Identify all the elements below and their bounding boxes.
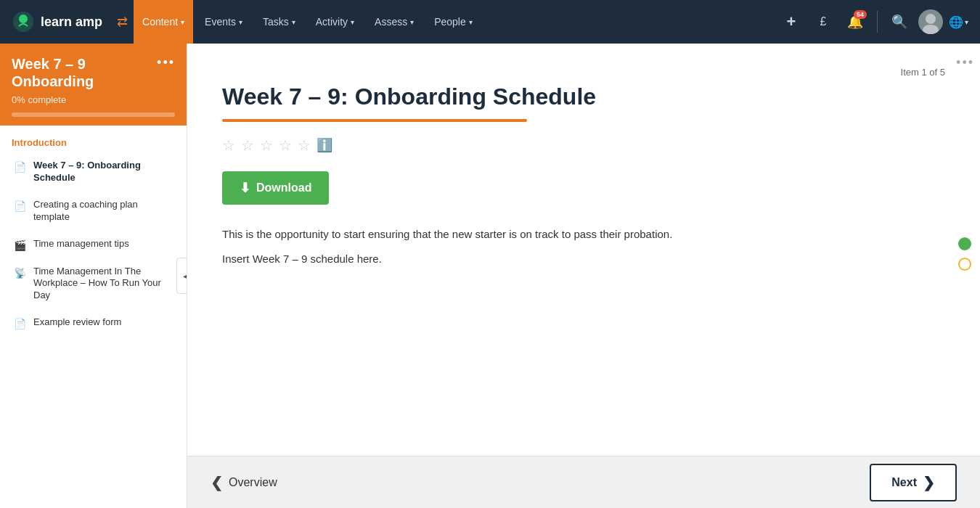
sidebar-toggle-button[interactable]: ◀ [176,258,187,294]
nav-separator [877,11,878,33]
svg-point-2 [926,14,936,24]
progress-bar-background [12,112,175,117]
sidebar-item-time-management-tips[interactable]: 🎬 Time management tips [0,231,187,258]
assess-caret: ▾ [410,18,414,26]
star-3[interactable]: ☆ [260,136,273,154]
page-layout: Week 7 – 9 Onboarding ••• 0% complete ◀ … [0,44,980,508]
content-title: Week 7 – 9: Onboarding Schedule [222,83,945,110]
shuffle-icon[interactable]: ⇄ [117,14,128,30]
sidebar-progress-label: 0% complete [12,94,175,105]
nav-item-events[interactable]: Events ▾ [196,0,251,44]
top-right-dots[interactable]: ••• [956,55,974,70]
document-icon-2: 📄 [14,200,26,212]
bottom-bar: ❮ Overview Next ❯ [187,456,980,508]
chevron-right-icon: ❯ [923,474,935,491]
content-area: Item 1 of 5 Week 7 – 9: Onboarding Sched… [187,44,980,456]
star-1[interactable]: ☆ [222,136,235,154]
sidebar-section-label: Introduction [0,126,187,152]
sidebar-title: Week 7 – 9 Onboarding [12,55,157,90]
activity-caret: ▾ [351,18,354,26]
document-icon: 📄 [14,161,26,173]
nav-item-content[interactable]: Content ▾ [134,0,193,44]
sidebar-header: Week 7 – 9 Onboarding ••• 0% complete [0,44,187,126]
rss-icon: 📡 [14,267,26,279]
avatar[interactable] [918,9,943,34]
info-icon[interactable]: ℹ️ [317,137,332,153]
svg-point-1 [19,15,28,23]
sidebar-item-label-2: Creating a coaching plan template [33,199,175,224]
star-4[interactable]: ☆ [279,136,292,154]
sidebar-item-label: Week 7 – 9: Onboarding Schedule [33,160,175,184]
notifications-bell-icon[interactable]: 🔔 54 [842,9,868,35]
sidebar-item-label-5: Example review form [33,316,121,329]
top-navigation: learn amp ⇄ Content ▾ Events ▾ Tasks ▾ A… [0,0,980,44]
logo[interactable]: learn amp [12,10,102,33]
currency-icon[interactable]: £ [810,9,836,35]
rating-row: ☆ ☆ ☆ ☆ ☆ ℹ️ [222,136,945,154]
sidebar: Week 7 – 9 Onboarding ••• 0% complete ◀ … [0,44,187,508]
body-text-1: This is the opportunity to start ensurin… [222,225,945,244]
notification-badge: 54 [854,10,867,19]
right-indicators [958,237,971,271]
overview-button[interactable]: ❮ Overview [211,474,277,491]
item-counter: Item 1 of 5 [901,67,945,78]
sidebar-item-time-management-workplace[interactable]: 📡 Time Management In The Workplace – How… [0,258,187,310]
video-icon: 🎬 [14,239,26,251]
indicator-2[interactable] [958,258,971,271]
indicator-1[interactable] [958,237,971,250]
body-text-2: Insert Week 7 – 9 schedule here. [222,250,945,269]
people-caret: ▾ [469,18,473,26]
sidebar-dots[interactable]: ••• [157,55,175,70]
download-button[interactable]: ⬇ Download [222,171,329,205]
nav-item-tasks[interactable]: Tasks ▾ [254,0,304,44]
svg-point-3 [923,25,939,34]
nav-item-people[interactable]: People ▾ [425,0,481,44]
sidebar-item-example-review[interactable]: 📄 Example review form [0,309,187,337]
nav-item-assess[interactable]: Assess ▾ [366,0,422,44]
star-2[interactable]: ☆ [241,136,254,154]
sidebar-item-onboarding-schedule[interactable]: 📄 Week 7 – 9: Onboarding Schedule [0,152,187,192]
title-underline [222,119,527,122]
document-icon-5: 📄 [14,318,26,329]
download-icon: ⬇ [240,180,250,196]
sidebar-item-coaching-plan[interactable]: 📄 Creating a coaching plan template [0,192,187,231]
content-caret: ▾ [181,18,184,26]
language-selector[interactable]: 🌐 ▾ [949,15,968,29]
events-caret: ▾ [239,18,242,26]
add-button[interactable]: + [778,9,804,35]
nav-item-activity[interactable]: Activity ▾ [307,0,363,44]
chevron-left-icon: ❮ [211,474,223,491]
next-button[interactable]: Next ❯ [870,464,957,501]
star-5[interactable]: ☆ [298,136,311,154]
content-header: Item 1 of 5 [222,67,945,78]
main-content: Item 1 of 5 Week 7 – 9: Onboarding Sched… [187,44,980,508]
sidebar-item-label-3: Time management tips [33,238,129,250]
tasks-caret: ▾ [292,18,295,26]
sidebar-item-label-4: Time Management In The Workplace – How T… [33,266,175,303]
search-icon[interactable]: 🔍 [886,9,912,35]
